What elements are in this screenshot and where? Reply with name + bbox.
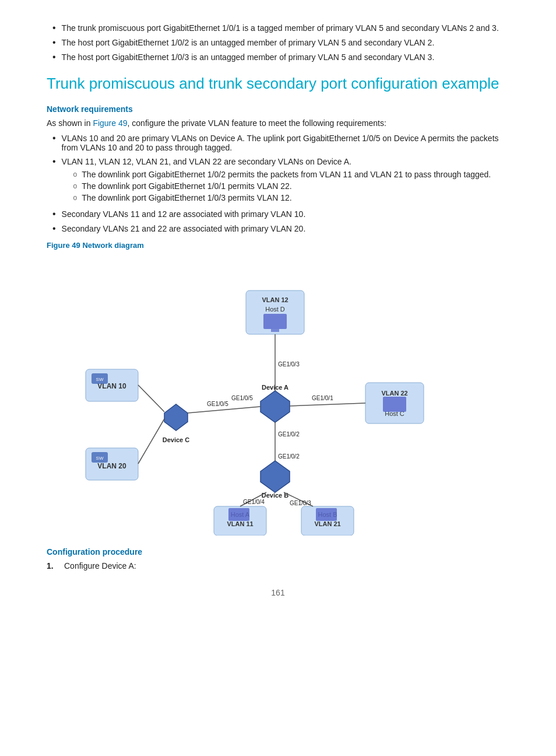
req-bullet-4: Secondary VLANs 21 and 22 are associated… [47, 224, 509, 234]
intro-bullet-2: The host port GigabitEthernet 1/0/2 is a… [47, 38, 509, 48]
req-bullet-1: VLANs 10 and 20 are primary VLANs on Dev… [47, 134, 509, 152]
intro-bullet-3: The host port GigabitEthernet 1/0/3 is a… [47, 52, 509, 62]
figure-49-link[interactable]: Figure 49 [93, 118, 127, 128]
svg-text:Host D: Host D [265, 306, 285, 313]
svg-text:GE1/0/1: GE1/0/1 [312, 395, 333, 401]
svg-rect-26 [228, 508, 249, 521]
svg-text:GE1/0/2: GE1/0/2 [278, 453, 300, 460]
svg-marker-12 [261, 461, 290, 492]
svg-line-38 [290, 403, 365, 406]
network-diagram: VLAN 10 SW VLAN 20 SW Device C Device A … [47, 256, 509, 536]
svg-rect-17 [263, 314, 287, 329]
requirements-list: VLANs 10 and 20 are primary VLANs on Dev… [47, 134, 509, 234]
req-bullet-3: Secondary VLANs 11 and 12 are associated… [47, 209, 509, 219]
page-number: 161 [47, 588, 509, 597]
intro-bullet-1: The trunk promiscuous port GigabitEthern… [47, 23, 509, 33]
svg-text:GE1/0/5: GE1/0/5 [207, 401, 228, 407]
network-requirements-heading: Network requirements [47, 104, 509, 114]
section-title: Trunk promiscuous and trunk secondary po… [47, 74, 509, 94]
svg-text:GE1/0/2: GE1/0/2 [278, 431, 300, 438]
figure-caption: Figure 49 Network diagram [47, 241, 509, 250]
svg-rect-22 [383, 397, 406, 412]
svg-text:VLAN 20: VLAN 20 [97, 462, 126, 470]
svg-line-33 [188, 407, 261, 413]
svg-text:VLAN 22: VLAN 22 [381, 390, 407, 397]
svg-text:GE1/0/3: GE1/0/3 [290, 500, 311, 506]
svg-line-32 [138, 419, 164, 464]
network-req-intro: As shown in Figure 49, configure the pri… [47, 118, 509, 128]
svg-marker-8 [164, 404, 188, 430]
svg-text:GE1/0/5: GE1/0/5 [231, 395, 253, 401]
req-sub-3: The downlink port GigabitEthernet 1/0/3 … [73, 193, 491, 202]
svg-text:VLAN 11: VLAN 11 [227, 520, 253, 527]
config-step-1: 1. Configure Device A: [47, 561, 509, 570]
config-steps: 1. Configure Device A: [47, 561, 509, 570]
svg-marker-10 [261, 391, 290, 422]
svg-text:Device C: Device C [163, 436, 190, 443]
svg-text:VLAN 12: VLAN 12 [262, 296, 288, 303]
svg-text:SW: SW [96, 377, 104, 382]
svg-text:VLAN 21: VLAN 21 [314, 520, 340, 527]
svg-text:SW: SW [96, 456, 104, 461]
intro-bullet-list: The trunk promiscuous port GigabitEthern… [47, 23, 509, 62]
req-sub-list: The downlink port GigabitEthernet 1/0/2 … [73, 170, 491, 202]
svg-line-31 [138, 385, 164, 412]
config-procedure-heading: Configuration procedure [47, 547, 509, 556]
svg-rect-30 [316, 508, 337, 521]
req-sub-1: The downlink port GigabitEthernet 1/0/2 … [73, 170, 491, 179]
svg-rect-18 [271, 329, 279, 332]
svg-text:GE1/0/3: GE1/0/3 [278, 361, 300, 368]
svg-text:GE1/0/4: GE1/0/4 [243, 499, 265, 505]
req-bullet-2: VLAN 11, VLAN 12, VLAN 21, and VLAN 22 a… [47, 157, 509, 205]
req-sub-2: The downlink port GigabitEthernet 1/0/1 … [73, 181, 491, 191]
